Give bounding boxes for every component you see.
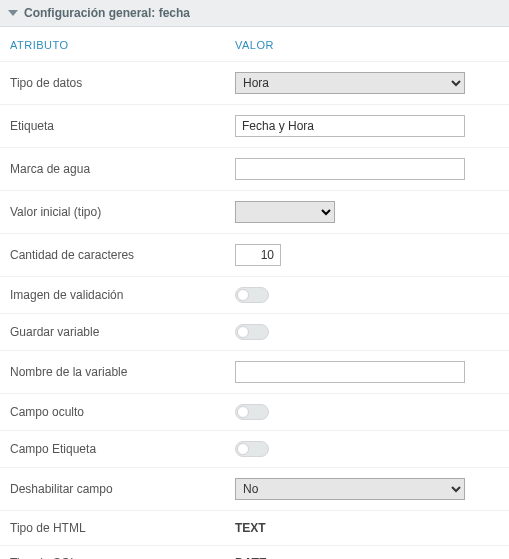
- row-imagen-validacion: Imagen de validación: [0, 276, 509, 313]
- label-marca-agua: Marca de agua: [10, 162, 235, 176]
- label-valor-inicial: Valor inicial (tipo): [10, 205, 235, 219]
- toggle-campo-oculto[interactable]: [235, 404, 269, 420]
- label-deshabilitar: Deshabilitar campo: [10, 482, 235, 496]
- row-guardar-variable: Guardar variable: [0, 313, 509, 350]
- label-cantidad-caracteres: Cantidad de caracteres: [10, 248, 235, 262]
- row-marca-agua: Marca de agua: [0, 147, 509, 190]
- toggle-campo-etiqueta[interactable]: [235, 441, 269, 457]
- row-cantidad-caracteres: Cantidad de caracteres: [0, 233, 509, 276]
- column-header-attribute: ATRIBUTO: [10, 39, 235, 51]
- row-tipo-datos: Tipo de datos Hora: [0, 61, 509, 104]
- settings-rows: Tipo de datos Hora Etiqueta Marca de agu…: [0, 61, 509, 559]
- row-campo-etiqueta: Campo Etiqueta: [0, 430, 509, 467]
- panel-title: Configuración general: fecha: [24, 6, 190, 20]
- value-tipo-html: TEXT: [235, 521, 266, 535]
- row-valor-inicial: Valor inicial (tipo): [0, 190, 509, 233]
- label-guardar-variable: Guardar variable: [10, 325, 235, 339]
- row-campo-oculto: Campo oculto: [0, 393, 509, 430]
- row-tipo-sql: Tipo de SQL DATE: [0, 545, 509, 559]
- input-nombre-variable[interactable]: [235, 361, 465, 383]
- label-tipo-datos: Tipo de datos: [10, 76, 235, 90]
- input-cantidad-caracteres[interactable]: [235, 244, 281, 266]
- label-etiqueta: Etiqueta: [10, 119, 235, 133]
- select-deshabilitar[interactable]: No: [235, 478, 465, 500]
- input-marca-agua[interactable]: [235, 158, 465, 180]
- label-nombre-variable: Nombre de la variable: [10, 365, 235, 379]
- label-imagen-validacion: Imagen de validación: [10, 288, 235, 302]
- row-deshabilitar: Deshabilitar campo No: [0, 467, 509, 510]
- input-etiqueta[interactable]: [235, 115, 465, 137]
- row-tipo-html: Tipo de HTML TEXT: [0, 510, 509, 545]
- select-valor-inicial[interactable]: [235, 201, 335, 223]
- label-campo-oculto: Campo oculto: [10, 405, 235, 419]
- column-header-value: VALOR: [235, 39, 499, 51]
- select-tipo-datos[interactable]: Hora: [235, 72, 465, 94]
- label-campo-etiqueta: Campo Etiqueta: [10, 442, 235, 456]
- row-etiqueta: Etiqueta: [0, 104, 509, 147]
- toggle-imagen-validacion[interactable]: [235, 287, 269, 303]
- columns-header: ATRIBUTO VALOR: [0, 27, 509, 61]
- panel-header[interactable]: Configuración general: fecha: [0, 0, 509, 27]
- toggle-guardar-variable[interactable]: [235, 324, 269, 340]
- row-nombre-variable: Nombre de la variable: [0, 350, 509, 393]
- collapse-icon: [8, 10, 18, 16]
- label-tipo-html: Tipo de HTML: [10, 521, 235, 535]
